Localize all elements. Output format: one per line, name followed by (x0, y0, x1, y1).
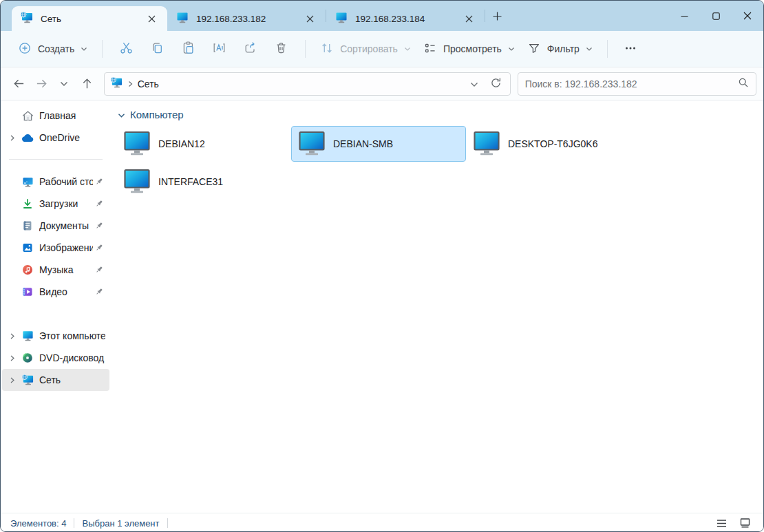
create-button[interactable]: Создать (12, 36, 94, 62)
trash-icon (274, 41, 288, 57)
monitor-icon (123, 167, 151, 197)
tab-ip-182[interactable]: 192.168.233.182 (167, 6, 326, 31)
dvd-disc-icon (20, 352, 35, 364)
chevron-down-icon (404, 47, 411, 52)
view-toggles (712, 515, 754, 531)
sidebar-item-downloads[interactable]: Загрузки (2, 193, 109, 215)
sidebar-item-this-pc[interactable]: Этот компьютер (2, 325, 109, 347)
sidebar-item-onedrive[interactable]: OneDrive (2, 127, 109, 149)
delete-button[interactable] (266, 36, 297, 62)
sidebar-gap (1, 303, 111, 325)
forward-button[interactable] (30, 72, 53, 95)
paste-button[interactable] (173, 36, 204, 62)
tab-label: 192.168.233.182 (196, 14, 294, 24)
share-button[interactable] (235, 36, 266, 62)
maximize-button[interactable] (700, 1, 732, 31)
computer-tile-debian-smb[interactable]: DEBIAN-SMB (291, 126, 466, 162)
monitor-icon (123, 129, 151, 159)
rename-icon (212, 41, 226, 57)
close-tab-icon[interactable] (142, 10, 160, 28)
tab-network[interactable]: Сеть (12, 6, 167, 31)
address-dropdown-icon[interactable] (470, 78, 478, 89)
search-box (518, 72, 756, 96)
pin-icon (93, 287, 105, 297)
sort-button[interactable]: Сортировать (314, 36, 417, 62)
chevron-down-icon (508, 47, 515, 52)
filter-button[interactable]: Фильтр (521, 36, 599, 62)
download-arrow-icon (20, 198, 35, 210)
expand-chevron-icon[interactable] (5, 332, 20, 340)
search-icon[interactable] (738, 77, 749, 91)
scissors-icon (119, 41, 134, 57)
computer-tile-interface31[interactable]: INTERFACE31 (116, 164, 291, 200)
breadcrumb-segment[interactable]: Сеть (138, 78, 159, 89)
computer-name: INTERFACE31 (158, 176, 223, 187)
computer-name: DEBIAN12 (158, 138, 205, 149)
close-window-button[interactable] (732, 1, 763, 31)
sidebar-item-home[interactable]: Главная (2, 105, 109, 127)
chevron-down-icon (586, 47, 593, 52)
window-controls (668, 1, 763, 31)
command-bar: Создать (1, 31, 763, 67)
sidebar-divider (9, 159, 103, 160)
refresh-icon[interactable] (490, 77, 502, 91)
network-icon (20, 11, 34, 26)
expand-chevron-icon[interactable] (5, 376, 20, 384)
address-row: Сеть (1, 67, 763, 100)
computer-tiles: DEBIAN12 DEBIAN-SMB (116, 126, 646, 202)
computer-name: DESKTOP-T6JG0K6 (508, 138, 597, 149)
more-options-button[interactable] (616, 37, 645, 61)
computer-tile-debian12[interactable]: DEBIAN12 (116, 126, 291, 162)
back-button[interactable] (8, 72, 30, 95)
funnel-icon (527, 41, 541, 57)
recent-locations-button[interactable] (53, 72, 76, 95)
sidebar-item-dvd-drive[interactable]: DVD-дисковод (D:) (2, 347, 109, 369)
sidebar-item-pictures[interactable]: Изображения (2, 237, 109, 259)
status-divider (74, 518, 74, 528)
sidebar-item-documents[interactable]: Документы (2, 215, 109, 237)
address-bar[interactable]: Сеть (104, 72, 511, 96)
pin-icon (93, 221, 105, 231)
close-tab-icon[interactable] (460, 10, 478, 28)
large-icons-view-button[interactable] (736, 515, 754, 531)
computer-icon (335, 11, 348, 26)
selection-info: Выбран 1 элемент (82, 518, 159, 529)
computer-icon (176, 11, 189, 26)
music-icon (20, 264, 35, 276)
sidebar-item-network[interactable]: Сеть (2, 369, 109, 391)
group-label: Компьютер (130, 109, 184, 120)
sidebar-item-videos[interactable]: Видео (2, 281, 109, 303)
navigation-pane: Главная OneDrive (1, 100, 111, 513)
rename-button[interactable] (204, 36, 235, 62)
sidebar-item-desktop[interactable]: Рабочий стол (2, 171, 109, 193)
collapse-chevron-icon[interactable] (118, 109, 125, 120)
toolbar-divider (607, 40, 608, 58)
breadcrumb-chevron-icon[interactable] (128, 78, 133, 89)
details-view-button[interactable] (712, 515, 730, 531)
up-button[interactable] (76, 72, 98, 95)
expand-chevron-icon[interactable] (5, 354, 20, 362)
minimize-button[interactable] (668, 1, 700, 31)
cut-button[interactable] (111, 36, 142, 62)
view-button[interactable]: Просмотреть (417, 36, 521, 62)
main-area: Главная OneDrive (1, 100, 763, 513)
network-icon (20, 374, 35, 386)
items-count: Элементов: 4 (10, 518, 66, 529)
tab-ip-184[interactable]: 192.168.233.184 (326, 6, 485, 31)
sidebar-item-music[interactable]: Музыка (2, 259, 109, 281)
computer-icon (20, 330, 35, 342)
close-tab-icon[interactable] (301, 10, 319, 28)
computer-tile-desktop-t6jg0k6[interactable]: DESKTOP-T6JG0K6 (466, 126, 641, 162)
toolbar-divider (305, 40, 306, 58)
copy-icon (150, 41, 165, 57)
new-tab-button[interactable] (485, 4, 509, 28)
expand-chevron-icon[interactable] (5, 134, 20, 142)
tab-label: 192.168.233.184 (355, 14, 453, 24)
search-input[interactable] (525, 78, 738, 89)
pin-icon (93, 199, 105, 209)
ellipsis-icon (624, 42, 637, 56)
copy-button[interactable] (142, 36, 173, 62)
tab-bar: Сеть 192.168.233.182 (1, 1, 763, 31)
group-header-computer[interactable]: Компьютер (116, 109, 763, 120)
sort-label: Сортировать (340, 43, 398, 54)
